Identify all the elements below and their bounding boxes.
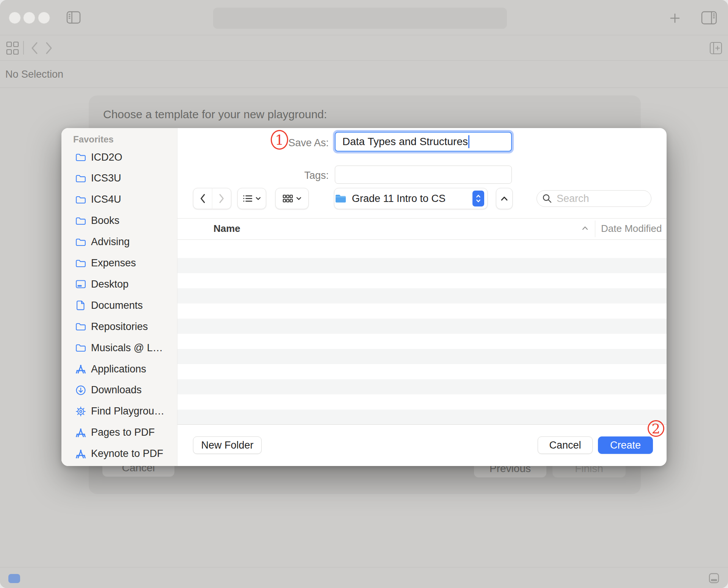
back-button[interactable]	[193, 188, 212, 209]
sidebar-item-books[interactable]: Books	[65, 213, 174, 229]
folder-icon	[75, 194, 86, 205]
file-list-row	[177, 394, 667, 410]
sidebar-item-label: Desktop	[91, 278, 129, 290]
gear-icon	[75, 406, 86, 417]
sidebar-item-documents[interactable]: Documents	[65, 297, 174, 314]
save-sheet: Favorites ICD2OICS3UICS4UBooksAdvisingEx…	[61, 128, 667, 466]
xcode-window: No Selection Choose a template for your …	[0, 0, 728, 588]
search-field[interactable]	[537, 190, 651, 207]
file-list-row	[177, 349, 667, 364]
tags-label: Tags:	[274, 170, 329, 181]
sidebar-item-ics4u[interactable]: ICS4U	[65, 191, 174, 208]
sidebar-item-ics3u[interactable]: ICS3U	[65, 170, 174, 187]
location-stepper-icon	[472, 191, 484, 206]
dialog-title: Choose a template for your new playgroun…	[103, 108, 327, 121]
location-dropdown[interactable]: Grade 11 Intro to CS	[334, 188, 488, 209]
folder-icon	[75, 342, 86, 353]
navigation-toolbar	[0, 36, 728, 61]
folder-icon	[334, 194, 347, 203]
sidebar-item-musicals-l[interactable]: Musicals @ L…	[65, 339, 174, 356]
sidebar-item-label: Expenses	[91, 257, 136, 269]
column-header-name[interactable]: Name	[213, 223, 240, 235]
chevron-down-icon	[296, 197, 301, 200]
sidebar-item-label: Books	[91, 215, 119, 227]
sidebar-item-icd2o[interactable]: ICD2O	[65, 149, 174, 166]
enclosing-folder-button[interactable]	[496, 188, 513, 209]
save-as-value: Data Types and Structures	[342, 136, 468, 148]
sidebar-item-label: ICS3U	[91, 172, 121, 184]
sidebar-item-downloads[interactable]: Downloads	[65, 382, 174, 399]
sidebar-item-applications[interactable]: Applications	[65, 361, 174, 377]
sidebar-item-advising[interactable]: Advising	[65, 234, 174, 250]
add-editor-icon[interactable]	[708, 40, 723, 56]
toggle-left-sidebar-icon[interactable]	[66, 9, 82, 25]
sidebar-item-keynote-to-pdf[interactable]: Keynote to PDF	[65, 446, 174, 462]
sidebar-item-pages-to-pdf[interactable]: Pages to PDF	[65, 424, 174, 441]
grid-view-icon	[282, 194, 293, 203]
file-list-row	[177, 334, 667, 349]
file-list[interactable]	[177, 240, 667, 424]
toggle-right-sidebar-icon[interactable]	[700, 10, 718, 25]
history-segmented-control	[193, 188, 231, 209]
sidebar-item-label: Repositories	[91, 321, 148, 333]
forward-button[interactable]	[212, 188, 231, 209]
list-header-top-divider	[177, 218, 667, 219]
document-icon	[75, 300, 86, 311]
search-icon	[542, 194, 552, 203]
save-sheet-sidebar: Favorites ICD2OICS3UICS4UBooksAdvisingEx…	[61, 128, 177, 466]
folder-icon	[75, 258, 86, 269]
search-input[interactable]	[556, 192, 643, 205]
create-button[interactable]: Create	[598, 436, 653, 454]
sidebar-item-label: Applications	[91, 363, 146, 375]
sidebar-item-repositories[interactable]: Repositories	[65, 318, 174, 335]
save-as-input[interactable]: Data Types and Structures	[335, 132, 512, 152]
toggle-debug-area-icon[interactable]	[709, 573, 719, 585]
related-items-icon[interactable]	[5, 41, 20, 56]
zoom-window-button[interactable]	[38, 12, 50, 24]
minimize-window-button[interactable]	[23, 12, 35, 24]
file-list-row	[177, 240, 667, 258]
column-header-date-modified[interactable]: Date Modified	[601, 223, 662, 235]
cancel-button[interactable]: Cancel	[538, 436, 593, 454]
sidebar-item-label: Advising	[91, 236, 130, 248]
annotation-step-2: 2	[648, 420, 664, 437]
file-list-row	[177, 319, 667, 334]
new-folder-button[interactable]: New Folder	[193, 436, 262, 454]
tags-input[interactable]	[335, 166, 512, 184]
chevron-down-icon	[256, 197, 261, 200]
jump-bar: No Selection	[0, 61, 728, 88]
debug-bar	[0, 567, 728, 588]
file-list-row	[177, 288, 667, 303]
favorites-section-label: Favorites	[73, 134, 114, 145]
annotation-step-1: 1	[271, 130, 288, 150]
file-list-row	[177, 303, 667, 319]
file-list-row	[177, 364, 667, 379]
location-value: Grade 11 Intro to CS	[352, 193, 446, 205]
sidebar-item-label: Keynote to PDF	[91, 448, 163, 460]
breakpoint-chip-icon[interactable]	[8, 574, 20, 583]
jump-bar-status: No Selection	[5, 69, 63, 80]
sort-ascending-icon[interactable]	[582, 225, 588, 232]
text-cursor	[468, 135, 469, 148]
download-icon	[75, 385, 86, 396]
titlebar	[0, 0, 728, 35]
window-title-field	[213, 8, 507, 29]
list-view-dropdown[interactable]	[237, 188, 266, 209]
appstore-icon	[75, 363, 86, 375]
sidebar-item-expenses[interactable]: Expenses	[65, 255, 174, 272]
sidebar-item-label: ICD2O	[91, 152, 122, 163]
toolbar-separator	[23, 41, 24, 55]
navigate-forward-icon[interactable]	[42, 40, 55, 56]
navigate-back-icon[interactable]	[28, 40, 41, 56]
close-window-button[interactable]	[9, 12, 21, 24]
sidebar-item-desktop[interactable]: Desktop	[65, 276, 174, 292]
column-divider[interactable]	[595, 220, 595, 237]
sidebar-item-label: Documents	[91, 300, 143, 311]
folder-icon	[75, 215, 86, 227]
sidebar-item-find-playgrou[interactable]: Find Playgrou…	[65, 403, 174, 420]
list-view-icon	[243, 194, 253, 203]
sidebar-item-label: ICS4U	[91, 194, 121, 205]
add-tab-icon[interactable]	[668, 12, 682, 25]
grid-view-dropdown[interactable]	[275, 188, 309, 209]
list-footer-divider	[177, 424, 667, 425]
